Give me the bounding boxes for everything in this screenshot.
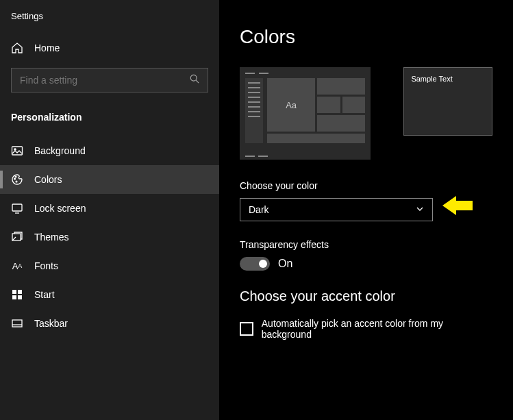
nav-label: Start (34, 289, 55, 300)
themes-icon (11, 231, 23, 243)
nav-home-label: Home (34, 42, 60, 53)
sidebar-item-themes[interactable]: Themes (0, 223, 219, 251)
transparency-label: Transparency effects (240, 239, 492, 250)
transparency-toggle[interactable] (240, 257, 270, 271)
search-input[interactable] (20, 75, 190, 86)
desktop-preview: Aa (240, 67, 371, 160)
svg-marker-14 (442, 196, 473, 215)
nav-label: Themes (34, 232, 69, 243)
svg-rect-10 (12, 295, 16, 299)
start-icon (11, 288, 23, 301)
color-mode-value: Dark (249, 204, 269, 215)
svg-rect-1 (12, 147, 23, 155)
preview-row: Aa Sample Text (240, 67, 492, 160)
svg-point-0 (190, 75, 197, 81)
sidebar: Settings Home Personalization Background… (0, 0, 219, 420)
nav-label: Colors (34, 174, 62, 185)
sidebar-item-colors[interactable]: Colors (0, 165, 219, 194)
lockscreen-icon (11, 202, 23, 214)
color-mode-label: Choose your color (240, 180, 492, 191)
svg-rect-9 (18, 290, 22, 294)
nav-label: Taskbar (34, 318, 68, 329)
chevron-down-icon (416, 204, 424, 215)
svg-point-3 (14, 178, 16, 180)
sidebar-item-taskbar[interactable]: Taskbar (0, 309, 219, 338)
svg-rect-8 (12, 290, 16, 294)
nav-label: Fonts (34, 260, 58, 271)
taskbar-icon (11, 317, 23, 330)
section-header: Personalization (0, 103, 219, 136)
preview-aa: Aa (267, 78, 315, 132)
sidebar-item-background[interactable]: Background (0, 136, 219, 165)
sidebar-item-fonts[interactable]: AA Fonts (0, 251, 219, 280)
search-icon (190, 74, 199, 86)
color-mode-dropdown[interactable]: Dark (240, 198, 433, 221)
svg-point-4 (15, 176, 16, 177)
svg-rect-12 (12, 320, 22, 327)
accent-auto-checkbox[interactable] (240, 322, 253, 336)
palette-icon (11, 173, 23, 186)
transparency-setting: Transparency effects On (240, 239, 492, 271)
app-title: Settings (0, 8, 219, 34)
accent-auto-label: Automatically pick an accent color from … (262, 318, 492, 340)
home-icon (11, 42, 23, 54)
page-title: Colors (240, 26, 492, 48)
window-preview: Sample Text (403, 67, 492, 136)
svg-point-2 (14, 149, 16, 150)
nav-label: Background (34, 145, 86, 156)
color-mode-setting: Choose your color Dark (240, 180, 492, 221)
nav-label: Lock screen (34, 203, 86, 214)
svg-rect-11 (18, 295, 22, 299)
sidebar-item-lockscreen[interactable]: Lock screen (0, 194, 219, 223)
picture-icon (11, 145, 23, 157)
sample-text: Sample Text (411, 75, 452, 83)
highlight-arrow-icon (442, 193, 473, 220)
main-content: Colors Aa Sample Text (219, 0, 513, 420)
nav-home[interactable]: Home (0, 34, 219, 62)
search-box[interactable] (11, 68, 208, 92)
transparency-state: On (278, 258, 292, 270)
accent-title: Choose your accent color (240, 288, 492, 304)
svg-point-5 (16, 181, 17, 182)
svg-rect-6 (12, 204, 22, 211)
fonts-icon: AA (11, 260, 23, 272)
accent-auto-row[interactable]: Automatically pick an accent color from … (240, 318, 492, 340)
sidebar-item-start[interactable]: Start (0, 280, 219, 309)
